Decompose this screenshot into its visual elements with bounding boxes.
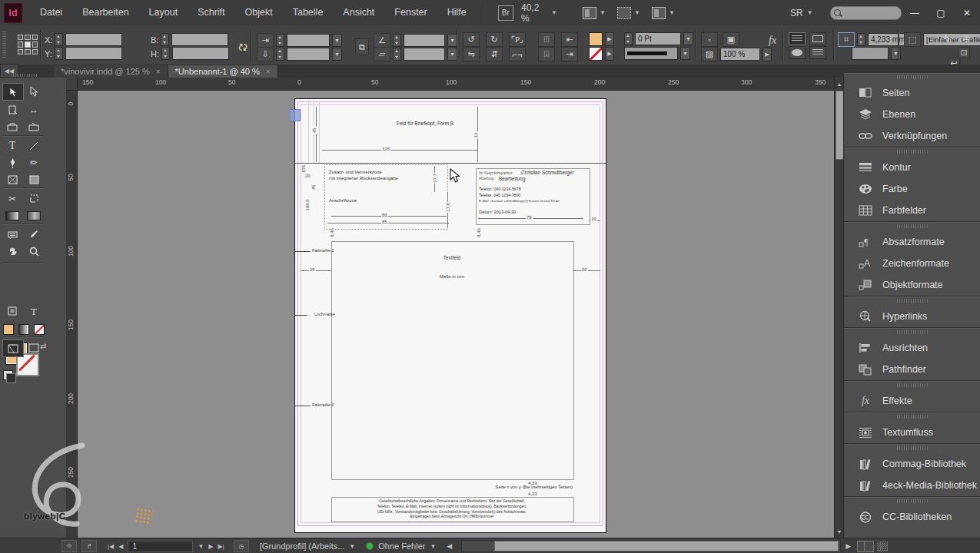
- menu-ansicht[interactable]: Ansicht: [333, 0, 384, 25]
- y-position-field[interactable]: [65, 47, 122, 60]
- preflight-panel-icon[interactable]: ◷: [234, 540, 249, 552]
- panel-farbe[interactable]: Farbe: [844, 178, 980, 200]
- panel-grip[interactable]: [897, 330, 928, 334]
- panel-farbfelder[interactable]: Farbfelder: [844, 200, 980, 221]
- panel-seiten[interactable]: Seiten: [844, 82, 980, 104]
- panel-pathfinder[interactable]: Pathfinder: [844, 359, 980, 380]
- frame-fitting-dropdown[interactable]: [852, 47, 889, 60]
- pencil-tool[interactable]: ✏: [24, 154, 44, 171]
- panel-effekte[interactable]: fx Effekte: [844, 390, 980, 412]
- tab-unbenannt-1[interactable]: *Unbenannt-1 @ 40 % ×: [168, 65, 278, 78]
- close-button[interactable]: ✕: [954, 4, 980, 22]
- panel-commag-bibliothek[interactable]: Commag-Bibliothek: [844, 453, 980, 475]
- opacity-flyout-arrow[interactable]: ▶: [762, 48, 772, 61]
- distribute-left-button[interactable]: ⇤: [561, 32, 578, 47]
- document-page[interactable]: Feld für Briefkopf, Form B 45 125 12 105…: [294, 98, 606, 533]
- panel-grip[interactable]: [897, 499, 928, 503]
- previous-page-icon[interactable]: ◀: [118, 543, 123, 550]
- preflight-menu-button[interactable]: ⟐: [61, 540, 77, 552]
- apply-color-button[interactable]: [2, 321, 15, 337]
- effects-fx-button[interactable]: fx: [769, 35, 776, 47]
- close-icon[interactable]: ×: [156, 68, 161, 76]
- chevron-down-icon[interactable]: ▼: [891, 47, 901, 60]
- panel-absatzformate[interactable]: ¶ Absatzformate: [844, 231, 980, 253]
- align-bottom-button[interactable]: ⍗: [538, 47, 555, 61]
- flip-vertical-button[interactable]: ⇵: [486, 47, 503, 61]
- menu-tabelle[interactable]: Tabelle: [283, 0, 334, 25]
- stroke-flyout-arrow[interactable]: ▶: [605, 47, 614, 61]
- constrain-dimensions-icon[interactable]: 🗘: [238, 42, 247, 53]
- panel-kontur[interactable]: Kontur: [844, 157, 980, 178]
- arrange-documents-dropdown[interactable]: [651, 6, 666, 20]
- hand-tool[interactable]: [2, 243, 22, 260]
- scale-y-field[interactable]: [287, 48, 330, 61]
- content-placer-tool[interactable]: [24, 118, 44, 134]
- next-page-icon[interactable]: ▶: [208, 543, 213, 550]
- height-field[interactable]: [172, 47, 229, 60]
- menu-objekt[interactable]: Objekt: [235, 0, 283, 25]
- menu-fenster[interactable]: Fenster: [384, 0, 437, 25]
- rotate-ccw-button[interactable]: ↺: [463, 32, 480, 47]
- panel-objektformate[interactable]: Objektformate: [844, 274, 980, 296]
- drop-shadow-button[interactable]: ▫: [701, 32, 718, 47]
- type-tool[interactable]: T: [2, 137, 22, 154]
- panel-zeichenformate[interactable]: A Zeichenformate: [844, 253, 980, 274]
- panel-grip[interactable]: [897, 383, 928, 387]
- fill-flyout-arrow[interactable]: ▶: [605, 32, 614, 46]
- menu-datei[interactable]: Datei: [30, 0, 72, 25]
- corner-radius-stepper[interactable]: [857, 33, 865, 46]
- selected-frame-handle[interactable]: [289, 109, 301, 121]
- formatting-affects-container-button[interactable]: [2, 303, 22, 320]
- x-position-field[interactable]: [65, 33, 122, 46]
- panel-ebenen[interactable]: Ebenen: [844, 104, 980, 125]
- menu-hilfe[interactable]: Hilfe: [437, 0, 477, 25]
- reference-point-proxy[interactable]: [18, 35, 38, 55]
- apply-none-button[interactable]: [32, 321, 45, 337]
- scroll-right-icon[interactable]: ▶: [845, 542, 851, 550]
- scissors-tool[interactable]: ✂: [2, 190, 22, 207]
- first-page-icon[interactable]: |◀: [108, 543, 114, 550]
- stroke-color-swatch[interactable]: [589, 47, 603, 61]
- flip-horizontal-button[interactable]: ⇋: [463, 47, 480, 61]
- default-fill-stroke-icon[interactable]: [3, 370, 13, 380]
- note-tool[interactable]: [2, 227, 22, 243]
- stroke-weight-stepper[interactable]: [624, 32, 633, 45]
- zoom-level-dropdown[interactable]: 40,2 % ▼: [521, 2, 557, 24]
- scale-y-stepper[interactable]: [276, 48, 284, 61]
- horizontal-scrollbar[interactable]: [461, 540, 841, 552]
- style-override-button[interactable]: ⊡: [958, 47, 970, 58]
- frame-tool[interactable]: [2, 171, 22, 187]
- height-stepper[interactable]: [161, 47, 170, 60]
- opacity-field[interactable]: 100 %: [720, 48, 760, 61]
- zoom-tool[interactable]: [24, 243, 44, 260]
- panel-cc-bibliotheken[interactable]: CC-Bibliotheken: [844, 506, 980, 528]
- panel-grip[interactable]: [2, 31, 6, 59]
- no-text-wrap-button[interactable]: [789, 32, 806, 45]
- shear-angle-field[interactable]: [404, 48, 445, 61]
- scale-x-field[interactable]: [287, 34, 330, 47]
- chevron-down-icon[interactable]: ▼: [198, 543, 204, 550]
- content-collector-tool[interactable]: [2, 118, 22, 134]
- panel-grip[interactable]: [897, 75, 928, 79]
- gradient-swatch-tool[interactable]: [2, 207, 22, 224]
- maximize-button[interactable]: ▢: [928, 4, 954, 22]
- panel-grip[interactable]: [897, 224, 928, 228]
- search-input[interactable]: [830, 6, 902, 20]
- bridge-button[interactable]: Br: [498, 5, 513, 21]
- chevron-down-icon[interactable]: ▼: [332, 34, 342, 47]
- resize-grip[interactable]: [877, 541, 888, 551]
- preflight-profile-dropdown[interactable]: [Grundprofil] (Arbeits... ▼: [260, 541, 356, 551]
- width-stepper[interactable]: [161, 33, 169, 46]
- rotate-cw-button[interactable]: ↻: [486, 32, 503, 47]
- normal-view-mode-button[interactable]: [2, 339, 24, 357]
- scroll-left-icon[interactable]: ◀: [447, 542, 452, 550]
- export-button[interactable]: ↱: [81, 540, 97, 552]
- x-stepper[interactable]: [55, 33, 63, 46]
- panel-menu-icon[interactable]: ≣: [962, 33, 970, 44]
- menu-schrift[interactable]: Schrift: [188, 0, 234, 25]
- view-options-dropdown[interactable]: [582, 6, 597, 20]
- panel-grip[interactable]: [897, 415, 928, 419]
- select-container-button[interactable]: ⌜P⌟: [509, 32, 526, 47]
- width-field[interactable]: [171, 33, 228, 46]
- align-top-button[interactable]: ⍐: [538, 32, 555, 47]
